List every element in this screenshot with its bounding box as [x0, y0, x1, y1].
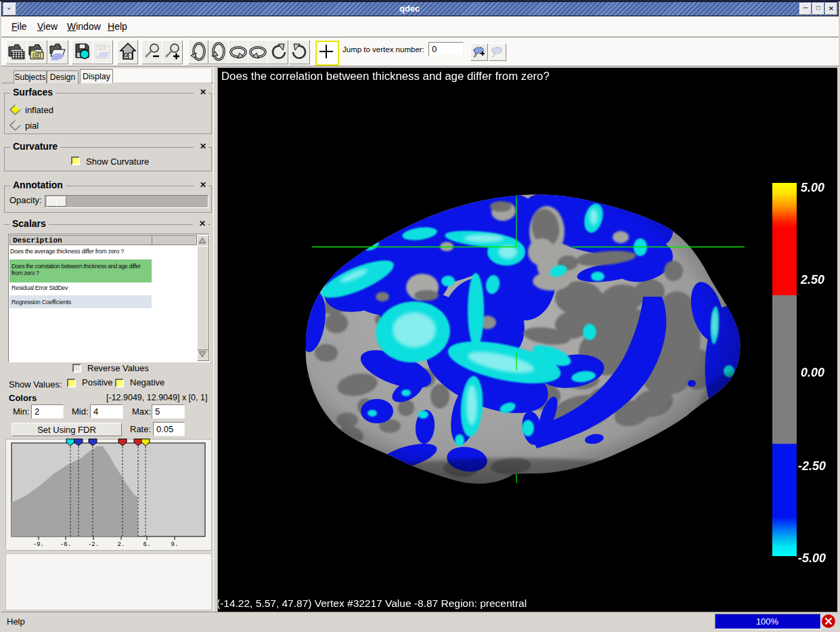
- svg-text:6.: 6.: [143, 541, 151, 548]
- svg-text:9.: 9.: [171, 541, 179, 548]
- svg-text:-6.: -6.: [60, 541, 71, 548]
- svg-text:0.00: 0.00: [801, 366, 824, 379]
- svg-text:5.00: 5.00: [801, 181, 824, 194]
- svg-text:2.: 2.: [118, 541, 125, 548]
- svg-text:-2.50: -2.50: [798, 459, 826, 473]
- svg-text:(-14.22, 5.57, 47.87) Vertex #: (-14.22, 5.57, 47.87) Vertex #32217 Valu…: [218, 597, 527, 609]
- svg-text:2.50: 2.50: [800, 273, 824, 287]
- svg-text:Does the correlation between t: Does the correlation between thickness a…: [221, 70, 550, 83]
- svg-text:-2.: -2.: [88, 541, 99, 548]
- svg-text:-5.00: -5.00: [798, 551, 826, 565]
- svg-text:-9.: -9.: [33, 541, 44, 548]
